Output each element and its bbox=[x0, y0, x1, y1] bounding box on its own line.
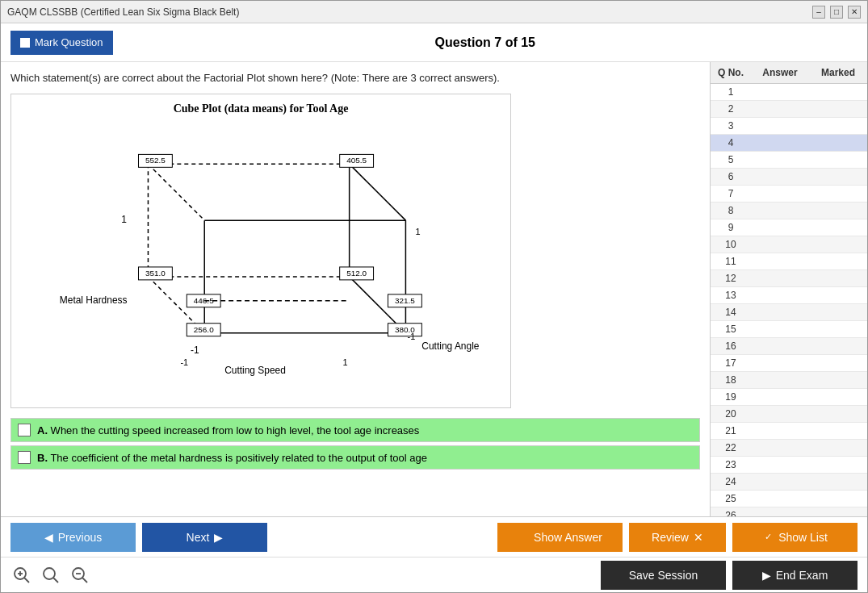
qlist-row[interactable]: 18 bbox=[711, 372, 867, 389]
qlist-row[interactable]: 14 bbox=[711, 304, 867, 321]
qlist-cell-num: 22 bbox=[711, 440, 751, 456]
qlist-cell-marked bbox=[809, 253, 867, 269]
bookmark-icon bbox=[20, 38, 30, 48]
top-bar: Mark Question Question 7 of 15 bbox=[1, 23, 867, 62]
qlist-row[interactable]: 7 bbox=[711, 186, 867, 203]
minimize-button[interactable]: – bbox=[812, 6, 825, 19]
review-button[interactable]: Review ✕ bbox=[629, 523, 726, 552]
qlist-col-marked: Marked bbox=[809, 65, 867, 80]
zoom-out-button[interactable] bbox=[69, 564, 91, 587]
qlist-rows: 1 2 3 4 5 6 7 8 bbox=[711, 84, 867, 516]
save-session-button[interactable]: Save Session bbox=[601, 561, 726, 590]
checkbox-b[interactable] bbox=[18, 451, 31, 464]
qlist-cell-marked bbox=[809, 270, 867, 286]
qlist-row[interactable]: 2 bbox=[711, 101, 867, 118]
qlist-cell-marked bbox=[809, 135, 867, 151]
answer-text-b: B. The coefficient of the metal hardness… bbox=[37, 452, 427, 464]
qlist-cell-answer bbox=[751, 440, 809, 456]
qlist-cell-answer bbox=[751, 321, 809, 337]
show-list-button[interactable]: ✓ Show List bbox=[732, 523, 858, 552]
svg-text:-1: -1 bbox=[180, 357, 188, 367]
qlist-row[interactable]: 5 bbox=[711, 152, 867, 169]
qlist-row[interactable]: 8 bbox=[711, 203, 867, 219]
qlist-row[interactable]: 17 bbox=[711, 355, 867, 372]
qlist-row[interactable]: 4 bbox=[711, 135, 867, 152]
qlist-row[interactable]: 10 bbox=[711, 236, 867, 253]
checkbox-a[interactable] bbox=[18, 424, 31, 436]
qlist-row[interactable]: 19 bbox=[711, 389, 867, 406]
qlist-cell-num: 20 bbox=[711, 406, 751, 422]
svg-text:1: 1 bbox=[343, 357, 348, 367]
qlist-row[interactable]: 1 bbox=[711, 84, 867, 101]
qlist-cell-num: 10 bbox=[711, 236, 751, 253]
qlist-row[interactable]: 9 bbox=[711, 219, 867, 236]
qlist-cell-marked bbox=[809, 423, 867, 439]
end-exam-button[interactable]: ▶ End Exam bbox=[732, 561, 858, 590]
svg-text:Metal Hardness: Metal Hardness bbox=[60, 294, 128, 306]
qlist-row[interactable]: 24 bbox=[711, 474, 867, 491]
qlist-cell-num: 26 bbox=[711, 507, 751, 516]
question-text: Which statement(s) are correct about the… bbox=[10, 72, 700, 84]
qlist-cell-num: 14 bbox=[711, 304, 751, 320]
qlist-cell-num: 3 bbox=[711, 118, 751, 134]
zoom-reset-button[interactable] bbox=[40, 564, 62, 587]
svg-line-41 bbox=[24, 578, 29, 583]
navigation-bar: ◀ Previous Next ▶ Show Answer Review ✕ ✓… bbox=[1, 516, 867, 557]
previous-button[interactable]: ◀ Previous bbox=[10, 523, 136, 552]
close-button[interactable]: ✕ bbox=[848, 6, 861, 19]
qlist-row[interactable]: 15 bbox=[711, 321, 867, 338]
qlist-row[interactable]: 25 bbox=[711, 491, 867, 507]
qlist-cell-answer bbox=[751, 423, 809, 439]
qlist-cell-num: 9 bbox=[711, 219, 751, 236]
qlist-row[interactable]: 6 bbox=[711, 169, 867, 186]
qlist-cell-marked bbox=[809, 287, 867, 303]
qlist-cell-marked bbox=[809, 338, 867, 354]
qlist-cell-marked bbox=[809, 304, 867, 320]
svg-text:405.5: 405.5 bbox=[346, 156, 367, 165]
qlist-cell-answer bbox=[751, 253, 809, 269]
qlist-cell-marked bbox=[809, 457, 867, 473]
qlist-cell-answer bbox=[751, 406, 809, 422]
window-title: GAQM CLSSBB (Certified Lean Six Sigma Bl… bbox=[7, 6, 239, 18]
answer-option-a[interactable]: A. When the cutting speed increased from… bbox=[10, 418, 700, 442]
svg-text:351.0: 351.0 bbox=[145, 269, 166, 278]
answer-option-b[interactable]: B. The coefficient of the metal hardness… bbox=[10, 445, 700, 470]
qlist-cell-answer bbox=[751, 135, 809, 151]
qlist-cell-num: 15 bbox=[711, 321, 751, 337]
qlist-cell-marked bbox=[809, 219, 867, 236]
qlist-row[interactable]: 23 bbox=[711, 457, 867, 474]
zoom-in-button[interactable] bbox=[10, 564, 33, 587]
question-list-panel: Q No. Answer Marked 1 2 3 4 5 bbox=[710, 62, 867, 516]
show-list-check-icon: ✓ bbox=[762, 532, 774, 543]
qlist-row[interactable]: 13 bbox=[711, 287, 867, 304]
qlist-cell-marked bbox=[809, 321, 867, 337]
qlist-cell-answer bbox=[751, 152, 809, 168]
qlist-cell-answer bbox=[751, 203, 809, 219]
svg-text:446.5: 446.5 bbox=[194, 296, 214, 305]
next-button[interactable]: Next ▶ bbox=[142, 523, 267, 552]
qlist-row[interactable]: 26 bbox=[711, 507, 867, 516]
qlist-row[interactable]: 20 bbox=[711, 406, 867, 423]
qlist-cell-answer bbox=[751, 101, 809, 117]
mark-question-button[interactable]: Mark Question bbox=[10, 31, 113, 55]
qlist-row[interactable]: 12 bbox=[711, 270, 867, 287]
qlist-row[interactable]: 11 bbox=[711, 253, 867, 270]
qlist-cell-answer bbox=[751, 338, 809, 354]
zoom-reset-icon bbox=[42, 566, 60, 584]
qlist-cell-answer bbox=[751, 457, 809, 473]
qlist-row[interactable]: 16 bbox=[711, 338, 867, 355]
show-answer-button[interactable]: Show Answer bbox=[497, 523, 623, 552]
qlist-row[interactable]: 22 bbox=[711, 440, 867, 457]
qlist-row[interactable]: 3 bbox=[711, 118, 867, 135]
qlist-cell-marked bbox=[809, 355, 867, 371]
maximize-button[interactable]: □ bbox=[830, 6, 843, 19]
qlist-cell-answer bbox=[751, 236, 809, 253]
qlist-cell-marked bbox=[809, 389, 867, 405]
svg-text:1: 1 bbox=[121, 214, 127, 225]
qlist-cell-num: 21 bbox=[711, 423, 751, 439]
qlist-cell-marked bbox=[809, 491, 867, 507]
prev-arrow-icon: ◀ bbox=[44, 531, 53, 544]
qlist-row[interactable]: 21 bbox=[711, 423, 867, 440]
svg-text:Cutting Speed: Cutting Speed bbox=[224, 365, 286, 376]
qlist-cell-marked bbox=[809, 507, 867, 516]
